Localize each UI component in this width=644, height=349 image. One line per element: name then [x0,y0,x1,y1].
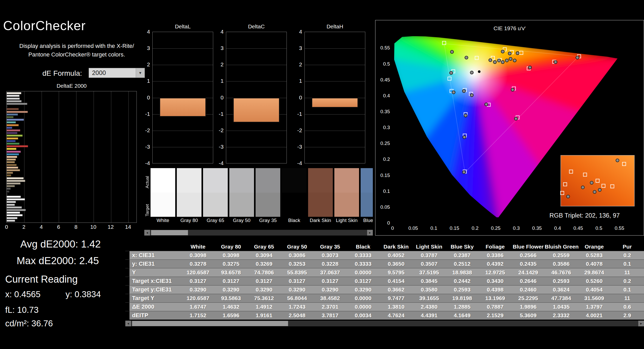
deltae-bar [7,113,18,116]
table-cell: 0.4052 [380,252,413,258]
deltae-bar [7,119,24,121]
table-row: Target y:CIE310.32900.32900.32900.32900.… [125,285,644,294]
swatch-label: Gray 35 [256,217,280,224]
deltae-x-tick-label: 4 [36,224,47,230]
table-column-header: Gray 35 [314,244,347,250]
scroll-right-arrow-icon[interactable]: ► [638,321,644,326]
cie-measured-marker [450,50,453,53]
swatch-scrollbar-track[interactable] [150,230,367,236]
deltae-bar [7,180,25,182]
delta-gridline [226,65,287,65]
deltae-bar [7,140,16,142]
table-gutter-cell [125,242,129,251]
inset-measured-marker [616,159,619,162]
table-row-label: x: CIE31 [129,252,181,259]
table-cell: 0.4398 [479,287,512,293]
table-scrollbar-thumb[interactable] [132,321,288,326]
table-cell: 0.5283 [578,252,611,258]
actual-row-label: Actual [144,168,151,196]
deltae-bar [7,92,21,94]
table-gutter-cell [125,251,129,259]
target-row-label: Target [144,196,151,224]
table-cell: 0.3253 [281,261,314,267]
current-reading-label: Current Reading [5,274,78,285]
delta-y-tick-label: 0 [291,94,302,101]
delta-gridline [153,131,213,131]
table-gutter-cell [125,311,129,320]
deltae-bar [7,191,9,193]
inset-measured-marker [581,186,584,189]
table-cell: 47.7384 [545,295,578,301]
delta-y-tick-label: -4 [291,160,302,166]
table-cell: 74.7806 [248,269,281,276]
cie-y-tick-label: 0.3 [383,125,390,130]
table-row-label: Target y:CIE31 [129,286,181,293]
table-cell: 93.6578 [214,269,248,276]
delta-y-tick-label: 4 [213,29,224,35]
table-cell: 13.1969 [479,295,512,301]
deltae-x-tick-label: 8 [71,224,81,230]
cie-y-tick-label: 0.35 [380,109,390,114]
delta-y-tick-label: -3 [139,144,150,150]
deltae-bar [7,105,8,107]
deltae-bar [7,172,13,174]
delta-gridline [305,65,365,65]
deltae-bar [7,198,25,200]
table-scrollbar[interactable]: ◄ ► [125,321,644,326]
table-column-header: Light Skin [413,244,446,250]
delta-y-tick-label: -1 [139,111,150,117]
scroll-right-arrow-icon[interactable]: ► [367,230,373,236]
swatch-target-color [334,193,359,217]
swatch-target-color [308,193,333,217]
table-cell: 1.2885 [446,304,479,310]
scroll-left-arrow-icon[interactable]: ◄ [125,321,131,326]
table-cell: 0.3845 [413,278,446,284]
scroll-left-arrow-icon[interactable]: ◄ [144,230,150,236]
table-cell: 0.0000 [347,295,380,301]
swatch-item: White [151,168,175,224]
swatch-actual-color [151,168,175,193]
deltae-bar [7,103,27,105]
deltae-bar [7,169,20,171]
table-cell: 0.2593 [545,278,578,284]
cie-x-tick-label: 0.2 [472,225,478,231]
delta-value-bar [233,98,279,123]
table-cell: 2.3332 [545,312,578,319]
chevron-down-icon[interactable]: ▼ [136,68,145,78]
deltae-bar [7,95,19,97]
inset-measured-marker [590,181,593,184]
delta-y-tick-label: 1 [213,78,224,84]
current-x-value: x: 0.4565 [5,289,41,299]
table-cell: 0.3787 [413,252,446,258]
table-cell: 3.7817 [314,312,347,319]
table-cell: 25.2295 [512,295,545,301]
table-scrollbar-track[interactable] [131,321,638,326]
deltae-bar [7,135,23,137]
cie-y-tick-label: 0.25 [380,141,390,146]
swatch-label: Gray 50 [229,217,254,224]
deltal-chart-title: DeltaL [152,23,213,30]
delta-y-tick-label: 4 [291,29,302,35]
de-formula-select[interactable]: 2000 ▼ [89,68,145,78]
swatch-scrollbar-thumb[interactable] [151,230,188,235]
cie-measured-marker [464,114,467,117]
deltae-bar [7,108,19,110]
table-cell: 46.7676 [545,269,578,276]
swatch-scrollbar[interactable]: ◄ ► [144,230,373,236]
table-cell: 0.2 [611,252,644,258]
table-row: ΔE 20001.67471.46321.49121.72432.37010.0… [125,302,644,311]
deltae-x-tick-label: 2 [19,224,29,230]
table-cell: 2.3701 [314,304,347,310]
table-cell: 0.3275 [214,261,248,267]
swatch-target-color [229,193,254,217]
table-cell: 1.4632 [214,304,248,310]
table-cell: 1.6747 [181,304,214,310]
swatch-item: Gray 50 [229,168,254,224]
deltae-bar [7,132,17,134]
table-cell: 0.3127 [314,278,347,284]
table-cell: 1.4912 [248,304,281,310]
current-y-value: y: 0.3834 [66,289,101,299]
table-row: Target x:CIE310.31270.31270.31270.31270.… [125,277,644,285]
deltae-bar [7,164,17,166]
swatch-actual-color [282,168,307,193]
